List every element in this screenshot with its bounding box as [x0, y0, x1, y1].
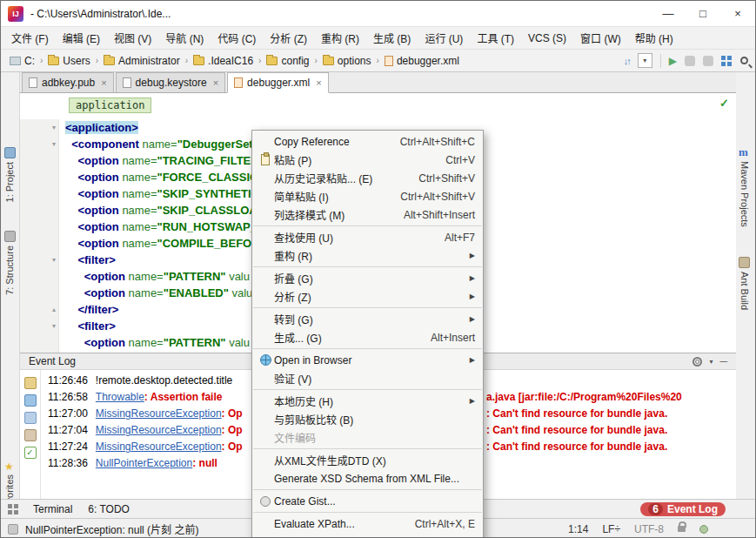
exception-link[interactable]: MissingResourceException — [96, 440, 222, 453]
context-menu-item[interactable]: 从历史记录粘贴... (E)Ctrl+Shift+V — [252, 169, 483, 187]
mark-read-icon[interactable]: ✓ — [24, 447, 37, 459]
editor-tab[interactable]: debug.keystore× — [116, 72, 226, 92]
gear-icon[interactable] — [692, 357, 702, 367]
settings-grid-icon[interactable] — [721, 56, 726, 60]
close-button[interactable]: × — [720, 1, 755, 27]
menubar-item-2[interactable]: 编辑 (E) — [56, 28, 107, 48]
sort-icon[interactable]: ↓↑ — [624, 56, 630, 66]
tab-todo[interactable]: 6: TODO — [88, 503, 130, 515]
chevron-down-icon[interactable]: ▾ — [709, 358, 713, 366]
context-menu-item[interactable]: Open in Browser▶ — [252, 351, 483, 369]
context-menu-item[interactable]: 重构 (R)▶ — [252, 246, 483, 265]
badge-count: 6 — [648, 503, 663, 515]
context-menu-item[interactable]: Evaluate XPath...Ctrl+Alt+X, E — [252, 514, 483, 533]
log-timestamp: 11:27:24 — [48, 440, 88, 453]
context-menu-item[interactable]: 本地历史 (H)▶ — [252, 392, 483, 410]
exception-link[interactable]: NullPointerException — [96, 457, 192, 469]
menubar-item-1[interactable]: 文件 (F) — [4, 28, 56, 48]
search-icon[interactable] — [740, 57, 748, 64]
line-ending-indicator[interactable]: LF÷ — [602, 523, 620, 535]
sidebar-item-structure[interactable]: 7: Structure — [4, 245, 15, 295]
globe-icon — [257, 354, 274, 366]
run-config-dropdown[interactable]: ▾ — [638, 53, 652, 68]
sidebar-item-project[interactable]: 1: Project — [4, 162, 15, 202]
toolbox-icon[interactable] — [8, 504, 12, 508]
soft-wrap-icon[interactable] — [24, 412, 37, 424]
exception-link[interactable]: MissingResourceException — [96, 407, 222, 420]
fold-icon[interactable]: ▾ — [52, 136, 56, 152]
menubar-item-5[interactable]: 代码 (C) — [211, 28, 263, 48]
context-menu-item[interactable]: 生成... (G)Alt+Insert — [252, 328, 483, 346]
breadcrumb-item[interactable]: config — [264, 55, 311, 67]
menu-item-label: Open in Browser — [274, 354, 458, 367]
tab-close-icon[interactable]: × — [213, 77, 218, 88]
caret-position[interactable]: 1:14 — [568, 523, 588, 535]
menubar-item-6[interactable]: 分析 (Z) — [263, 28, 314, 48]
context-menu-item[interactable]: 转到 (G)▶ — [252, 310, 483, 328]
encoding-indicator[interactable]: UTF-8 — [634, 523, 664, 535]
context-menu-item[interactable]: 列选择模式 (M)Alt+Shift+Insert — [252, 205, 483, 224]
tab-label: debug.keystore — [136, 77, 207, 89]
context-menu-item[interactable]: 分析 (Z)▶ — [252, 287, 483, 306]
context-menu-item[interactable]: Copy ReferenceCtrl+Alt+Shift+C — [252, 132, 483, 151]
menubar-item-9[interactable]: 运行 (U) — [418, 28, 470, 48]
breadcrumb-item[interactable]: options — [321, 55, 373, 67]
menubar-item-13[interactable]: 帮助 (H) — [628, 28, 680, 48]
fold-icon[interactable]: ▾ — [52, 252, 56, 268]
context-menu-item[interactable]: 从XML文件生成DTD (X) — [252, 451, 483, 469]
editor-tab[interactable]: debugger.xml× — [227, 72, 328, 93]
fold-icon[interactable]: ▾ — [52, 119, 56, 136]
exception-link[interactable]: Throwable — [96, 391, 144, 403]
code-token — [65, 237, 77, 250]
exception-link[interactable]: MissingResourceException — [96, 424, 222, 436]
gutter-cell — [20, 185, 58, 202]
menu-separator — [253, 307, 482, 308]
fold-icon[interactable]: ▴ — [52, 301, 56, 318]
tab-terminal[interactable]: Terminal — [33, 503, 72, 515]
menubar-item-4[interactable]: 导航 (N) — [158, 28, 211, 48]
run-button[interactable]: ▶ — [669, 55, 677, 67]
menubar-item-10[interactable]: 工具 (T) — [470, 28, 521, 48]
fold-icon[interactable]: ▾ — [52, 318, 56, 334]
inspections-profile-icon[interactable] — [699, 525, 708, 534]
filter-log-icon[interactable] — [24, 377, 37, 389]
menubar-item-7[interactable]: 重构 (R) — [314, 28, 366, 48]
editor-breadcrumb-chip[interactable]: application — [69, 98, 151, 113]
context-menu-item[interactable]: Generate XSD Schema from XML File... — [252, 469, 483, 488]
breadcrumb-item[interactable]: Users — [46, 55, 91, 67]
log-detail-line — [486, 373, 733, 389]
hide-panel-icon[interactable]: ─ — [719, 355, 727, 367]
menubar-item-3[interactable]: 视图 (V) — [107, 28, 158, 48]
context-menu-item[interactable]: Show unique XPath — [252, 533, 483, 538]
context-menu-item[interactable]: 简单粘贴 (I)Ctrl+Alt+Shift+V — [252, 187, 483, 205]
event-log-detail[interactable]: a.java [jar:file:/C:/Program%20Files%20:… — [482, 370, 736, 499]
console-icon[interactable] — [24, 394, 37, 407]
context-menu-item[interactable]: 验证 (V) — [252, 369, 483, 387]
event-log-badge[interactable]: 6 Event Log — [640, 502, 726, 516]
sidebar-item-ant-build[interactable]: Ant Build — [739, 272, 750, 310]
file-icon — [123, 77, 131, 88]
lock-icon[interactable] — [678, 526, 686, 532]
context-menu-item[interactable]: 折叠 (G)▶ — [252, 269, 483, 287]
context-menu-item[interactable]: 与剪贴板比较 (B) — [252, 410, 483, 428]
menubar-item-8[interactable]: 生成 (B) — [366, 28, 418, 48]
context-menu-item[interactable]: Create Gist... — [252, 492, 483, 510]
tab-close-icon[interactable]: × — [101, 77, 106, 88]
clear-log-icon[interactable] — [24, 429, 37, 441]
sidebar-item-maven-projects[interactable]: Maven Projects — [739, 161, 750, 227]
maximize-button[interactable]: □ — [686, 1, 720, 27]
breadcrumb-item[interactable]: Administrator — [102, 55, 182, 67]
menubar-item-11[interactable]: VCS (S) — [521, 30, 573, 47]
tab-close-icon[interactable]: × — [316, 77, 321, 88]
breadcrumb-item[interactable]: .IdeaIC16 — [191, 55, 255, 67]
coverage-button[interactable] — [703, 56, 713, 66]
breadcrumb-item[interactable]: debugger.xml — [383, 55, 461, 67]
minimize-button[interactable]: — — [651, 1, 686, 27]
context-menu-item[interactable]: 查找使用 (U)Alt+F7 — [252, 228, 483, 246]
menu-bar: 文件 (F)编辑 (E)视图 (V)导航 (N)代码 (C)分析 (Z)重构 (… — [1, 27, 755, 50]
breadcrumb-item[interactable]: C: — [8, 55, 37, 67]
context-menu-item[interactable]: 粘贴 (P)Ctrl+V — [252, 151, 483, 169]
editor-tab[interactable]: adbkey.pub× — [22, 72, 114, 92]
debug-button[interactable] — [685, 56, 695, 66]
menubar-item-12[interactable]: 窗口 (W) — [573, 28, 628, 48]
